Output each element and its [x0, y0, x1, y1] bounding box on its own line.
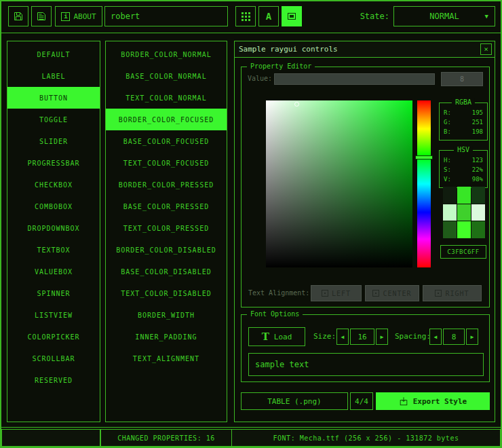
- controls-list-item[interactable]: DROPDOWNBOX: [7, 217, 100, 239]
- chevron-down-icon: ▼: [485, 13, 488, 20]
- palette-cell[interactable]: [443, 221, 457, 238]
- controls-list-item[interactable]: DEFAULT: [7, 43, 100, 65]
- sample-window-title: Sample raygui controls: [239, 45, 338, 54]
- floppy-export-icon: [36, 11, 47, 22]
- align-right-button[interactable]: RIGHT: [423, 285, 482, 301]
- style-name-input[interactable]: [104, 6, 228, 26]
- properties-list-item[interactable]: INNER_PADDING: [106, 326, 227, 348]
- close-button[interactable]: ×: [480, 43, 492, 55]
- properties-list-item[interactable]: TEXT_COLOR_PRESSED: [106, 217, 227, 239]
- rgba-r-value: 195: [472, 108, 483, 117]
- size-increment-button[interactable]: ▶: [376, 329, 388, 345]
- grid-view-button[interactable]: [235, 6, 256, 26]
- properties-list-item[interactable]: BASE_COLOR_DISABLED: [106, 261, 227, 282]
- properties-list-item[interactable]: BASE_COLOR_PRESSED: [106, 195, 227, 217]
- grid-icon: [241, 12, 251, 22]
- size-label: Size:: [313, 327, 336, 346]
- color-picker-panel[interactable]: [266, 100, 412, 267]
- controls-list-item[interactable]: RESERVED: [7, 369, 100, 391]
- rgba-group: RGBA R: 195 G: 251 B: 198: [439, 102, 488, 141]
- value-slider[interactable]: [274, 73, 435, 85]
- sample-controls-window: Sample raygui controls × Property Editor…: [234, 41, 495, 422]
- palette-cell[interactable]: [443, 187, 457, 204]
- properties-list-item[interactable]: TEXT_COLOR_NORMAL: [106, 87, 227, 109]
- rgba-g-value: 251: [472, 117, 483, 127]
- palette-cell[interactable]: [457, 221, 471, 238]
- export-format-counter[interactable]: 4/4: [350, 392, 373, 410]
- sample-text-input[interactable]: [248, 353, 484, 376]
- properties-list-item[interactable]: TEXT_COLOR_DISABLED: [106, 282, 227, 304]
- hue-slider-handle[interactable]: [415, 155, 433, 160]
- controls-list-item[interactable]: SPINNER: [7, 282, 100, 304]
- align-left-icon: [322, 290, 328, 297]
- close-icon: ×: [484, 45, 488, 54]
- controls-list-item[interactable]: VALUEBOX: [7, 261, 100, 282]
- palette-cell[interactable]: [471, 221, 485, 238]
- hsv-row-v: V: 98%: [440, 174, 487, 184]
- about-button[interactable]: i ABOUT: [55, 6, 102, 26]
- floppy-save-icon: [13, 11, 24, 22]
- palette-cell[interactable]: [457, 187, 471, 204]
- hue-slider[interactable]: [417, 100, 431, 267]
- properties-list-item[interactable]: BORDER_COLOR_DISABLED: [106, 239, 227, 261]
- properties-list-item[interactable]: BORDER_WIDTH: [106, 304, 227, 326]
- rgba-row-g: G: 251: [440, 117, 487, 127]
- properties-list-item[interactable]: BASE_COLOR_NORMAL: [106, 65, 227, 87]
- properties-list-item[interactable]: TEXT_COLOR_FOCUSED: [106, 152, 227, 174]
- spacing-value[interactable]: 8: [443, 329, 465, 345]
- spacing-increment-button[interactable]: ▶: [466, 329, 478, 345]
- align-center-icon: [372, 290, 379, 297]
- controls-list-item[interactable]: CHECKBOX: [7, 174, 100, 195]
- controls-list-item[interactable]: TEXTBOX: [7, 239, 100, 261]
- palette-cell[interactable]: [471, 204, 485, 221]
- properties-list-item-selected[interactable]: BORDER_COLOR_FOCUSED: [106, 109, 227, 130]
- controls-list-item[interactable]: TOGGLE: [7, 109, 100, 130]
- hsv-v-value: 98%: [472, 174, 483, 184]
- hsv-s-value: 22%: [472, 165, 483, 174]
- font-atlas-toggle-button[interactable]: [282, 6, 302, 26]
- palette-cell[interactable]: [471, 187, 485, 204]
- save-style-button[interactable]: [8, 6, 28, 26]
- atlas-icon: [286, 11, 297, 22]
- controls-list-item[interactable]: PROGRESSBAR: [7, 152, 100, 174]
- toolbar-divider: [1, 33, 501, 33]
- left-arrow-icon: ◀: [341, 334, 345, 340]
- controls-list-item[interactable]: SLIDER: [7, 130, 100, 152]
- align-center-button[interactable]: CENTER: [365, 285, 419, 301]
- controls-list-item[interactable]: LABEL: [7, 65, 100, 87]
- size-decrement-button[interactable]: ◀: [336, 329, 349, 345]
- export-file-button[interactable]: [31, 6, 52, 26]
- spacing-label: Spacing:: [395, 327, 431, 346]
- export-format-dropdown[interactable]: TABLE (.png): [241, 392, 348, 410]
- controls-list-item[interactable]: COMBOBOX: [7, 195, 100, 217]
- state-dropdown[interactable]: NORMAL ▼: [393, 6, 495, 26]
- align-left-button[interactable]: LEFT: [311, 285, 362, 301]
- info-icon: i: [61, 12, 70, 21]
- properties-list-item[interactable]: TEXT_ALIGNMENT: [106, 348, 227, 369]
- properties-list-item[interactable]: BORDER_COLOR_NORMAL: [106, 43, 227, 65]
- property-editor-group: Property Editor Value: 8 RGBA R: 195 G:: [241, 67, 490, 307]
- value-spinner[interactable]: 8: [441, 72, 483, 86]
- statusbar-divider: [1, 427, 501, 428]
- hex-color-input[interactable]: C3FBC6FF: [440, 245, 486, 259]
- rgba-row-b: B: 198: [440, 127, 487, 136]
- properties-list-item[interactable]: BASE_COLOR_FOCUSED: [106, 130, 227, 152]
- color-picker-cursor[interactable]: [294, 102, 299, 107]
- font-button[interactable]: A: [258, 6, 279, 26]
- property-editor-group-label: Property Editor: [247, 62, 315, 70]
- about-button-label: ABOUT: [73, 12, 96, 21]
- properties-list-item[interactable]: BORDER_COLOR_PRESSED: [106, 174, 227, 195]
- controls-list-item[interactable]: SCROLLBAR: [7, 348, 100, 369]
- controls-list-item[interactable]: COLORPICKER: [7, 326, 100, 348]
- palette-cell[interactable]: [443, 204, 457, 221]
- palette-cell[interactable]: [457, 204, 471, 221]
- spacing-decrement-button[interactable]: ◀: [429, 329, 442, 345]
- export-style-button[interactable]: Export Style: [376, 392, 490, 410]
- status-changed-properties: CHANGED PROPERTIES: 16: [100, 429, 232, 447]
- font-load-button[interactable]: T Load: [248, 327, 305, 346]
- rgba-group-label: RGBA: [452, 98, 475, 106]
- controls-list-item[interactable]: LISTVIEW: [7, 304, 100, 326]
- left-arrow-icon: ◀: [434, 334, 438, 340]
- controls-list-item-selected[interactable]: BUTTON: [7, 87, 100, 109]
- size-value[interactable]: 16: [350, 329, 374, 345]
